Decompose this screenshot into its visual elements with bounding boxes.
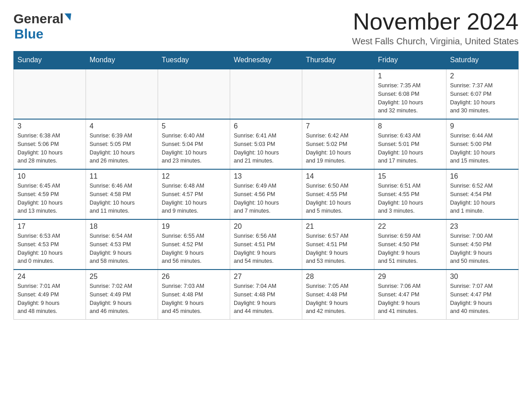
day-number: 20 — [234, 223, 298, 231]
logo-blue-text: Blue — [14, 26, 43, 42]
calendar-week-1: 1Sunrise: 7:35 AMSunset: 6:08 PMDaylight… — [14, 69, 519, 119]
day-info: Sunrise: 6:40 AMSunset: 5:04 PMDaylight:… — [162, 132, 226, 165]
day-info: Sunrise: 6:44 AMSunset: 5:00 PMDaylight:… — [450, 132, 515, 165]
calendar-day: 19Sunrise: 6:55 AMSunset: 4:52 PMDayligh… — [158, 219, 230, 270]
day-info: Sunrise: 6:46 AMSunset: 4:58 PMDaylight:… — [90, 182, 154, 215]
day-number: 15 — [378, 172, 442, 180]
calendar-day: 18Sunrise: 6:54 AMSunset: 4:53 PMDayligh… — [86, 219, 158, 270]
day-number: 29 — [378, 273, 442, 281]
calendar-day: 4Sunrise: 6:39 AMSunset: 5:05 PMDaylight… — [86, 119, 158, 169]
day-info: Sunrise: 7:06 AMSunset: 4:47 PMDaylight:… — [378, 282, 442, 316]
logo: General Blue — [13, 9, 71, 42]
weekday-header-tuesday: Tuesday — [158, 51, 230, 69]
day-info: Sunrise: 6:51 AMSunset: 4:55 PMDaylight:… — [378, 182, 442, 215]
day-number: 23 — [450, 223, 515, 231]
calendar-day: 30Sunrise: 7:07 AMSunset: 4:47 PMDayligh… — [446, 270, 519, 320]
day-info: Sunrise: 6:50 AMSunset: 4:55 PMDaylight:… — [306, 182, 370, 215]
day-number: 11 — [90, 172, 154, 180]
calendar-day: 12Sunrise: 6:48 AMSunset: 4:57 PMDayligh… — [158, 169, 230, 219]
day-number: 27 — [234, 273, 298, 281]
day-number: 16 — [450, 172, 515, 180]
day-number: 25 — [90, 273, 154, 281]
calendar-day: 11Sunrise: 6:46 AMSunset: 4:58 PMDayligh… — [86, 169, 158, 219]
calendar-day: 8Sunrise: 6:43 AMSunset: 5:01 PMDaylight… — [374, 119, 446, 169]
day-number: 2 — [450, 72, 515, 80]
calendar-table: SundayMondayTuesdayWednesdayThursdayFrid… — [13, 51, 519, 320]
calendar-day: 29Sunrise: 7:06 AMSunset: 4:47 PMDayligh… — [374, 270, 446, 320]
page-header: General Blue November 2024 West Falls Ch… — [13, 9, 519, 47]
weekday-header-saturday: Saturday — [446, 51, 519, 69]
calendar-day: 20Sunrise: 6:56 AMSunset: 4:51 PMDayligh… — [230, 219, 302, 270]
day-info: Sunrise: 6:56 AMSunset: 4:51 PMDaylight:… — [234, 232, 298, 265]
logo-arrow-icon — [64, 13, 71, 21]
day-number: 10 — [17, 172, 82, 180]
day-number: 13 — [234, 172, 298, 180]
day-info: Sunrise: 7:07 AMSunset: 4:47 PMDaylight:… — [450, 282, 515, 316]
day-info: Sunrise: 6:49 AMSunset: 4:56 PMDaylight:… — [234, 182, 298, 215]
day-number: 18 — [90, 223, 154, 231]
location-text: West Falls Church, Virginia, United Stat… — [352, 36, 519, 47]
calendar-day: 24Sunrise: 7:01 AMSunset: 4:49 PMDayligh… — [14, 270, 86, 320]
calendar-day: 1Sunrise: 7:35 AMSunset: 6:08 PMDaylight… — [374, 69, 446, 119]
day-number: 12 — [162, 172, 226, 180]
day-number: 28 — [306, 273, 370, 281]
day-number: 19 — [162, 223, 226, 231]
calendar-day: 3Sunrise: 6:38 AMSunset: 5:06 PMDaylight… — [14, 119, 86, 169]
calendar-day: 6Sunrise: 6:41 AMSunset: 5:03 PMDaylight… — [230, 119, 302, 169]
day-number: 1 — [378, 72, 442, 80]
calendar-day: 23Sunrise: 7:00 AMSunset: 4:50 PMDayligh… — [446, 219, 519, 270]
calendar-day: 28Sunrise: 7:05 AMSunset: 4:48 PMDayligh… — [302, 270, 374, 320]
calendar-week-2: 3Sunrise: 6:38 AMSunset: 5:06 PMDaylight… — [14, 119, 519, 169]
day-number: 26 — [162, 273, 226, 281]
day-number: 4 — [90, 122, 154, 130]
calendar-day: 22Sunrise: 6:59 AMSunset: 4:50 PMDayligh… — [374, 219, 446, 270]
day-info: Sunrise: 7:01 AMSunset: 4:49 PMDaylight:… — [17, 282, 82, 316]
calendar-day: 17Sunrise: 6:53 AMSunset: 4:53 PMDayligh… — [14, 219, 86, 270]
day-number: 7 — [306, 122, 370, 130]
day-number: 21 — [306, 223, 370, 231]
day-info: Sunrise: 7:02 AMSunset: 4:49 PMDaylight:… — [90, 282, 154, 316]
day-info: Sunrise: 6:55 AMSunset: 4:52 PMDaylight:… — [162, 232, 226, 265]
day-number: 8 — [378, 122, 442, 130]
day-info: Sunrise: 7:05 AMSunset: 4:48 PMDaylight:… — [306, 282, 370, 316]
month-title: November 2024 — [352, 9, 519, 34]
day-info: Sunrise: 6:48 AMSunset: 4:57 PMDaylight:… — [162, 182, 226, 215]
logo-general-text: General — [13, 11, 64, 26]
weekday-header-wednesday: Wednesday — [230, 51, 302, 69]
day-number: 14 — [306, 172, 370, 180]
calendar-day: 25Sunrise: 7:02 AMSunset: 4:49 PMDayligh… — [86, 270, 158, 320]
day-info: Sunrise: 7:03 AMSunset: 4:48 PMDaylight:… — [162, 282, 226, 316]
calendar-day: 7Sunrise: 6:42 AMSunset: 5:02 PMDaylight… — [302, 119, 374, 169]
day-info: Sunrise: 6:52 AMSunset: 4:54 PMDaylight:… — [450, 182, 515, 215]
weekday-header-thursday: Thursday — [302, 51, 374, 69]
weekday-header-row: SundayMondayTuesdayWednesdayThursdayFrid… — [14, 51, 519, 69]
day-info: Sunrise: 6:42 AMSunset: 5:02 PMDaylight:… — [306, 132, 370, 165]
calendar-day — [158, 69, 230, 119]
day-info: Sunrise: 6:45 AMSunset: 4:59 PMDaylight:… — [17, 182, 82, 215]
calendar-day — [230, 69, 302, 119]
calendar-day: 14Sunrise: 6:50 AMSunset: 4:55 PMDayligh… — [302, 169, 374, 219]
calendar-day: 13Sunrise: 6:49 AMSunset: 4:56 PMDayligh… — [230, 169, 302, 219]
weekday-header-friday: Friday — [374, 51, 446, 69]
day-number: 17 — [17, 223, 82, 231]
day-number: 6 — [234, 122, 298, 130]
calendar-day — [86, 69, 158, 119]
day-number: 24 — [17, 273, 82, 281]
day-info: Sunrise: 7:04 AMSunset: 4:48 PMDaylight:… — [234, 282, 298, 316]
day-info: Sunrise: 6:41 AMSunset: 5:03 PMDaylight:… — [234, 132, 298, 165]
calendar-week-4: 17Sunrise: 6:53 AMSunset: 4:53 PMDayligh… — [14, 219, 519, 270]
calendar-day: 5Sunrise: 6:40 AMSunset: 5:04 PMDaylight… — [158, 119, 230, 169]
day-number: 5 — [162, 122, 226, 130]
title-area: November 2024 West Falls Church, Virgini… — [352, 9, 519, 47]
calendar-day: 2Sunrise: 7:37 AMSunset: 6:07 PMDaylight… — [446, 69, 519, 119]
calendar-day: 21Sunrise: 6:57 AMSunset: 4:51 PMDayligh… — [302, 219, 374, 270]
calendar-week-3: 10Sunrise: 6:45 AMSunset: 4:59 PMDayligh… — [14, 169, 519, 219]
calendar-day: 10Sunrise: 6:45 AMSunset: 4:59 PMDayligh… — [14, 169, 86, 219]
calendar-day: 15Sunrise: 6:51 AMSunset: 4:55 PMDayligh… — [374, 169, 446, 219]
day-info: Sunrise: 6:53 AMSunset: 4:53 PMDaylight:… — [17, 232, 82, 265]
calendar-day: 9Sunrise: 6:44 AMSunset: 5:00 PMDaylight… — [446, 119, 519, 169]
day-info: Sunrise: 6:57 AMSunset: 4:51 PMDaylight:… — [306, 232, 370, 265]
day-number: 22 — [378, 223, 442, 231]
day-info: Sunrise: 6:54 AMSunset: 4:53 PMDaylight:… — [90, 232, 154, 265]
weekday-header-sunday: Sunday — [14, 51, 86, 69]
